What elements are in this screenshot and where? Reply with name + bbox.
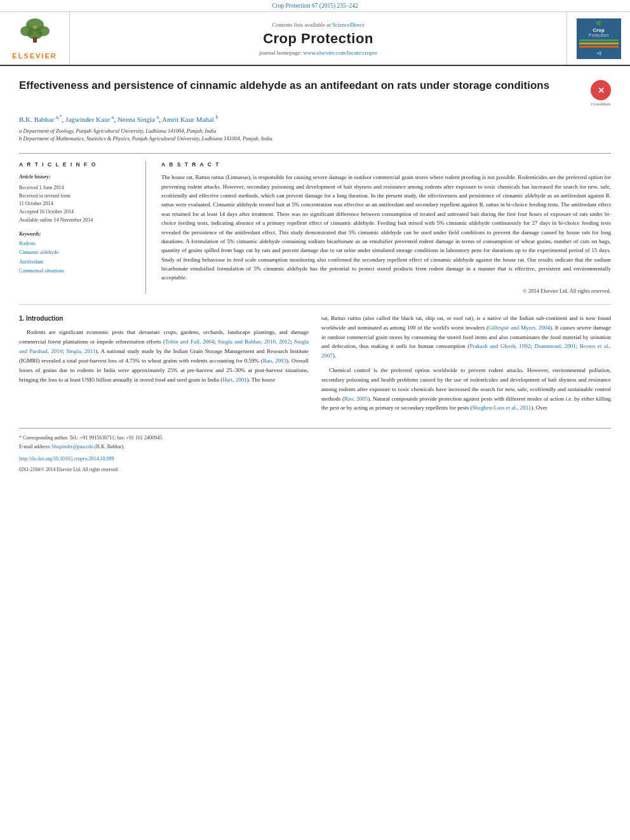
- ref-sheghen[interactable]: Sheghen-Loss et al., 2011: [472, 404, 531, 411]
- main-content: Effectiveness and persistence of cinnami…: [0, 66, 630, 487]
- keyword-list: Rodents Cinnamic aldehyde Antifeedant Co…: [19, 239, 137, 276]
- received-revised-label: Received in revised form: [19, 192, 137, 201]
- article-title: Effectiveness and persistence of cinnami…: [19, 79, 584, 93]
- ref-drummond[interactable]: Drummond, 2001: [534, 343, 575, 349]
- corresponding-author-note: * Corresponding author. Tel.: +91 991563…: [19, 434, 611, 443]
- ref-tobin[interactable]: Tobin and Fall, 2004: [165, 338, 214, 345]
- intro-para3: Chemical control is the preferred option…: [321, 366, 611, 413]
- intro-para1: Rodents are significant economic pests t…: [19, 328, 309, 384]
- ref-singla-babbar[interactable]: Singla and Babbar, 2010, 2012: [218, 338, 290, 345]
- section-divider: [19, 304, 611, 305]
- citation-text: Crop Protection 67 (2015) 235–242: [272, 3, 358, 9]
- ref-hart[interactable]: Hart, 2001: [222, 377, 247, 383]
- keyword-commensal: Commensal situations: [19, 267, 137, 276]
- crop-protection-logo: 🌿 Crop Protection ⊲: [577, 18, 621, 59]
- page-footer: * Corresponding author. Tel.: +91 991563…: [19, 428, 611, 474]
- email-label: E-mail address:: [19, 444, 51, 450]
- contents-line: Contents lists available at ScienceDirec…: [272, 22, 365, 28]
- affiliation-a: a Department of Zoology, Punjab Agricult…: [19, 127, 611, 135]
- journal-header-center: Contents lists available at ScienceDirec…: [70, 12, 566, 65]
- logo-protection-text: Protection: [579, 33, 619, 37]
- abstract-body: The house rat, Rattus rattus (Linnaeus),…: [161, 174, 611, 281]
- introduction-section: 1. Introduction Rodents are significant …: [19, 314, 611, 418]
- journal-header: ELSEVIER Contents lists available at Sci…: [0, 12, 630, 66]
- intro-col-right: rat, Rattus rattus (also called the blac…: [321, 314, 611, 418]
- keywords-section: Keywords: Rodents Cinnamic aldehyde Anti…: [19, 231, 137, 276]
- ref-rao2003[interactable]: Rao, 2003: [263, 357, 286, 364]
- crossmark-label: CrossMark: [591, 102, 611, 107]
- keyword-cinnamic: Cinnamic aldehyde: [19, 248, 137, 257]
- email-suffix: (B.K. Babbar).: [95, 444, 125, 450]
- elsevier-logo-area: ELSEVIER: [0, 12, 70, 65]
- author-kaur: Jagwinder Kaur a,: [65, 116, 116, 123]
- article-info-col: A R T I C L E I N F O Article history: R…: [19, 161, 146, 294]
- copyright-line: © 2014 Elsevier Ltd. All rights reserved…: [161, 288, 611, 294]
- svg-point-5: [33, 25, 37, 29]
- homepage-line: journal homepage: www.elsevier.com/locat…: [259, 50, 377, 56]
- elsevier-tree-icon: [13, 17, 57, 52]
- intro-para2: rat, Rattus rattus (also called the blac…: [321, 314, 611, 361]
- article-info-header: A R T I C L E I N F O: [19, 161, 137, 168]
- keywords-label: Keywords:: [19, 231, 137, 237]
- elsevier-text: ELSEVIER: [12, 52, 57, 60]
- logo-crop-text: Crop: [579, 27, 619, 33]
- elsevier-logo: ELSEVIER: [12, 17, 57, 60]
- doi-link[interactable]: http://dx.doi.org/10.1016/j.cropro.2014.…: [19, 456, 114, 462]
- journal-title: Crop Protection: [263, 30, 373, 47]
- keyword-antifeedant: Antifeedant: [19, 258, 137, 267]
- ref-singla[interactable]: Singla, 2011: [66, 348, 95, 354]
- article-history: Article history: Received 1 June 2014 Re…: [19, 173, 137, 225]
- journal-citation: Crop Protection 67 (2015) 235–242: [0, 0, 630, 12]
- received-date: Received 1 June 2014: [19, 184, 137, 192]
- abstract-text: The house rat, Rattus rattus (Linnaeus),…: [161, 173, 611, 283]
- author-babbar: B.K. Babbar a,*,: [19, 116, 64, 123]
- ref-prakash[interactable]: Prakash and Ghosh, 1992: [469, 343, 530, 349]
- issn-line: 0261-2194/© 2014 Elsevier Ltd. All right…: [19, 466, 611, 474]
- intro-heading: 1. Introduction: [19, 314, 309, 324]
- article-info-abstract-section: A R T I C L E I N F O Article history: R…: [19, 153, 611, 294]
- email-line: E-mail address: bhupinder@pau.edu (B.K. …: [19, 443, 611, 451]
- available-online-date: Available online 14 November 2014: [19, 217, 137, 225]
- logo-arrow-icon: ⊲: [579, 50, 619, 57]
- abstract-header: A B S T R A C T: [161, 161, 611, 168]
- accepted-date: Accepted 16 October 2014: [19, 208, 137, 217]
- crossmark-icon: ✕: [591, 80, 611, 100]
- crossmark-badge: ✕ CrossMark: [591, 80, 611, 107]
- history-label: Article history:: [19, 173, 137, 182]
- affiliations: a Department of Zoology, Punjab Agricult…: [19, 127, 611, 143]
- svg-rect-4: [33, 37, 37, 43]
- sciencedirect-link[interactable]: ScienceDirect: [332, 22, 364, 28]
- logo-stripes: [579, 39, 619, 48]
- revised-date: 11 October 2014: [19, 200, 137, 208]
- author-mahal: Amrit Kaur Mahal b: [162, 116, 218, 123]
- keyword-rodents: Rodents: [19, 239, 137, 248]
- article-title-row: Effectiveness and persistence of cinnami…: [19, 79, 611, 107]
- homepage-url[interactable]: www.elsevier.com/locate/cropro: [304, 50, 377, 56]
- abstract-col: A B S T R A C T The house rat, Rattus ra…: [161, 161, 611, 294]
- email-link[interactable]: bhupinder@pau.edu: [52, 444, 93, 450]
- intro-col-left: 1. Introduction Rodents are significant …: [19, 314, 309, 418]
- affiliation-b: b Department of Mathematics, Statistics …: [19, 135, 611, 143]
- journal-logo-area: 🌿 Crop Protection ⊲: [566, 12, 630, 65]
- ref-gillespie[interactable]: Gillespie and Myers, 2004: [488, 324, 550, 331]
- author-singla: Neena Singla a,: [117, 116, 161, 123]
- ref-rao2005[interactable]: Rao, 2005: [344, 396, 368, 402]
- authors-line: B.K. Babbar a,*, Jagwinder Kaur a, Neena…: [19, 114, 611, 123]
